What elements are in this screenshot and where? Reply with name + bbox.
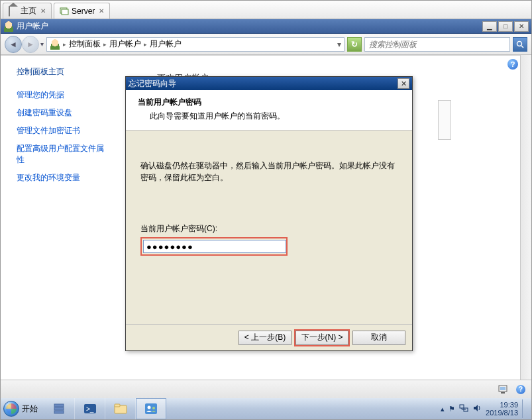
volume-icon[interactable] xyxy=(472,403,482,414)
explorer-icon xyxy=(113,401,128,416)
search-icon xyxy=(516,40,524,48)
tab-label: Server xyxy=(72,7,95,16)
help-question-icon[interactable]: ? xyxy=(515,384,526,395)
cancel-button[interactable]: 取消 xyxy=(352,331,405,345)
browser-tabs: 主页 ✕ Server ✕ xyxy=(1,1,531,19)
quick-launch: >_ xyxy=(44,398,166,419)
chevron-right-icon: ▸ xyxy=(144,41,147,48)
user-icon xyxy=(50,39,60,50)
dialog-header: 当前用户帐户密码 此向导需要知道用户帐户的当前密码。 xyxy=(126,90,412,131)
svg-point-16 xyxy=(152,407,155,409)
show-desktop-button[interactable] xyxy=(522,399,527,418)
svg-rect-13 xyxy=(115,404,120,407)
sidebar-link-profile[interactable]: 配置高级用户配置文件属性 xyxy=(17,143,109,166)
next-button[interactable]: 下一步(N) > xyxy=(295,331,348,345)
window-titlebar: 用户帐户 ▁ □ ✕ xyxy=(1,19,531,34)
powershell-icon: >_ xyxy=(83,401,97,416)
status-strip: ? xyxy=(1,380,531,398)
dialog-instruction: 确认磁盘仍然在驱动器中，然后输入当前用户帐户密码。如果此帐户没有密码，保留此框为… xyxy=(140,160,398,184)
cropped-panel xyxy=(438,100,451,140)
search-input[interactable] xyxy=(368,39,507,50)
tab-server[interactable]: Server ✕ xyxy=(54,3,110,19)
window-title: 用户帐户 xyxy=(17,21,48,32)
svg-rect-5 xyxy=(500,387,505,390)
svg-rect-8 xyxy=(54,407,64,410)
tab-home[interactable]: 主页 ✕ xyxy=(3,3,52,19)
help-icon[interactable]: ? xyxy=(507,59,518,70)
search-button[interactable] xyxy=(513,37,527,52)
back-button[interactable]: ◄ xyxy=(5,36,22,53)
taskbar-server-manager[interactable] xyxy=(44,398,75,419)
svg-rect-1 xyxy=(62,9,68,15)
dialog-heading: 当前用户帐户密码 xyxy=(138,97,399,108)
sidebar-home[interactable]: 控制面板主页 xyxy=(17,66,109,78)
password-highlight-box xyxy=(140,237,288,256)
svg-text:>_: >_ xyxy=(86,405,94,413)
screen: 主页 ✕ Server ✕ 用户帐户 ▁ □ ✕ ◄ ► ▾ ▸ 控制 xyxy=(0,0,532,420)
chevron-right-icon: ▸ xyxy=(103,41,107,48)
taskbar-user-accounts[interactable] xyxy=(136,398,166,419)
svg-marker-21 xyxy=(474,405,478,411)
system-tray: ▴ ⚑ 19:39 2019/8/13 xyxy=(437,399,531,418)
sidebar: 控制面板主页 管理您的凭据 创建密码重设盘 管理文件加密证书 配置高级用户配置文… xyxy=(1,56,109,380)
sidebar-link-reset-disk[interactable]: 创建密码重设盘 xyxy=(17,107,109,119)
taskbar: 开始 >_ ▴ ⚑ 19:39 xyxy=(1,398,531,419)
start-label: 开始 xyxy=(22,403,38,415)
nav-arrows: ◄ ► ▾ xyxy=(5,36,44,53)
svg-point-2 xyxy=(517,41,522,46)
dialog-body: 确认磁盘仍然在驱动器中，然后输入当前用户帐户密码。如果此帐户没有密码，保留此框为… xyxy=(126,131,412,336)
tray-chevron-icon[interactable]: ▴ xyxy=(441,405,445,413)
date: 2019/8/13 xyxy=(486,409,518,417)
password-label: 当前用户帐户密码(C): xyxy=(140,223,398,235)
start-button[interactable]: 开始 xyxy=(1,398,44,419)
nav-bar: ◄ ► ▾ ▸ 控制面板 ▸ 用户帐户 ▸ 用户帐户 ▾ ↻ xyxy=(1,34,531,55)
minimize-button[interactable]: ▁ xyxy=(482,21,497,32)
flag-icon[interactable]: ⚑ xyxy=(449,405,455,413)
time: 19:39 xyxy=(486,401,518,409)
clock[interactable]: 19:39 2019/8/13 xyxy=(486,401,518,417)
dialog-title: 忘记密码向导 xyxy=(129,78,176,89)
dialog-titlebar[interactable]: 忘记密码向导 ✕ xyxy=(126,77,412,90)
breadcrumb[interactable]: 用户帐户 xyxy=(109,38,141,50)
user-account-icon xyxy=(3,21,14,32)
sidebar-link-env[interactable]: 更改我的环境变量 xyxy=(17,172,109,184)
sidebar-link-credentials[interactable]: 管理您的凭据 xyxy=(17,89,109,101)
close-icon[interactable]: ✕ xyxy=(99,7,104,15)
close-button[interactable]: ✕ xyxy=(514,21,529,32)
svg-rect-9 xyxy=(54,411,64,413)
taskbar-powershell[interactable]: >_ xyxy=(75,398,105,419)
user-accounts-taskbar-icon xyxy=(144,401,158,416)
refresh-button[interactable]: ↻ xyxy=(347,37,362,52)
close-icon[interactable]: ✕ xyxy=(40,7,46,15)
address-bar[interactable]: ▸ 控制面板 ▸ 用户帐户 ▸ 用户帐户 ▾ xyxy=(46,37,345,52)
svg-point-15 xyxy=(148,406,151,409)
address-dropdown-icon[interactable]: ▾ xyxy=(337,40,341,49)
window-buttons: ▁ □ ✕ xyxy=(481,21,529,32)
chevron-right-icon: ▸ xyxy=(63,41,66,48)
svg-rect-17 xyxy=(460,405,464,408)
svg-line-3 xyxy=(521,46,523,48)
dialog-footer: < 上一步(B) 下一步(N) > 取消 xyxy=(126,324,412,350)
server-manager-icon xyxy=(52,401,67,416)
password-input[interactable] xyxy=(143,240,286,253)
scrollbar-vertical[interactable] xyxy=(520,55,531,380)
windows-orb-icon xyxy=(3,401,19,417)
server-icon xyxy=(60,7,69,16)
forward-button[interactable]: ► xyxy=(22,36,39,53)
svg-rect-14 xyxy=(145,403,157,414)
breadcrumb[interactable]: 用户帐户 xyxy=(150,38,182,50)
sidebar-link-cert[interactable]: 管理文件加密证书 xyxy=(17,125,109,136)
maximize-button[interactable]: □ xyxy=(498,21,513,32)
nav-history-dropdown[interactable]: ▾ xyxy=(40,40,44,48)
network-icon[interactable] xyxy=(459,403,468,414)
forgot-password-wizard: 忘记密码向导 ✕ 当前用户帐户密码 此向导需要知道用户帐户的当前密码。 确认磁盘… xyxy=(125,76,413,351)
home-icon xyxy=(9,7,18,16)
svg-rect-7 xyxy=(54,404,64,407)
computer-icon[interactable] xyxy=(498,384,509,395)
svg-rect-6 xyxy=(501,392,505,394)
back-button[interactable]: < 上一步(B) xyxy=(239,331,292,345)
dialog-close-button[interactable]: ✕ xyxy=(398,78,409,89)
breadcrumb[interactable]: 控制面板 xyxy=(69,38,101,50)
taskbar-explorer[interactable] xyxy=(105,398,136,419)
search-box[interactable] xyxy=(364,37,510,52)
